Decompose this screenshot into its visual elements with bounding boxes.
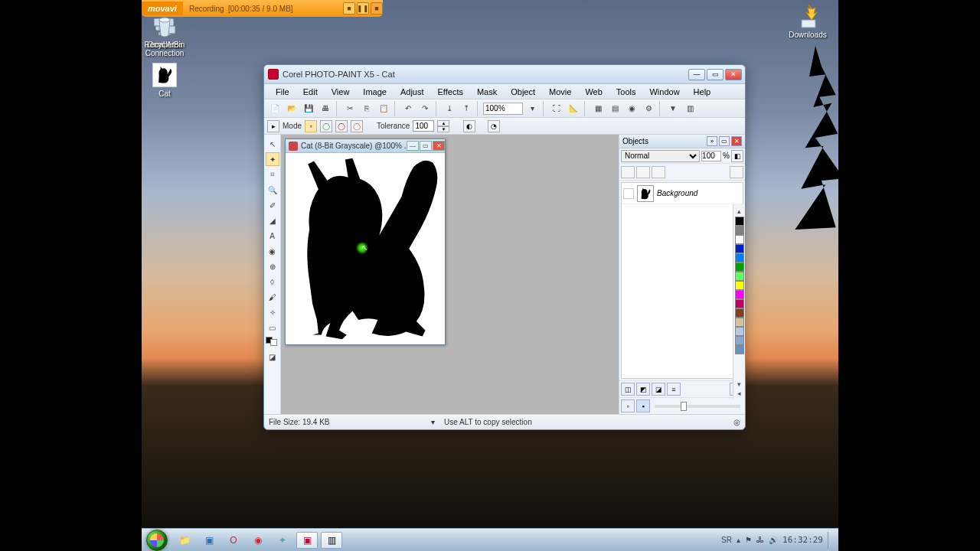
palette-flyout[interactable]: ◂ (737, 390, 741, 399)
show-desktop[interactable] (828, 532, 834, 549)
order-button[interactable]: ≡ (667, 383, 681, 396)
zoom-dropdown[interactable]: ▾ (524, 101, 540, 116)
menu-adjust[interactable]: Adjust (394, 86, 431, 98)
doc-close[interactable]: ✕ (433, 141, 445, 151)
taskbar-item-5[interactable]: ✦ (272, 532, 293, 549)
doc-maximize[interactable]: ▭ (420, 141, 432, 151)
new-button[interactable]: 📄 (267, 101, 283, 116)
docker-collapse[interactable]: » (707, 136, 717, 146)
tray-flag-icon[interactable]: ⚑ (745, 536, 752, 544)
thumbnail-large[interactable]: ▪ (636, 399, 650, 412)
paste-button[interactable]: 📋 (376, 101, 391, 116)
guides-button[interactable]: ▤ (607, 101, 622, 116)
docker-maximize[interactable]: ▭ (719, 136, 730, 146)
undo-button[interactable]: ↶ (400, 101, 416, 116)
minimize-button[interactable]: — (688, 69, 705, 80)
visibility-toggle[interactable] (623, 188, 634, 199)
close-button[interactable]: ✕ (725, 69, 742, 80)
objects-list[interactable]: Background (621, 182, 743, 379)
effect-tool[interactable]: ✧ (266, 305, 279, 319)
tray-network-icon[interactable]: 🖧 (756, 536, 764, 544)
launcher-button[interactable]: ▼ (665, 101, 681, 116)
menu-movie[interactable]: Movie (542, 86, 578, 98)
menu-file[interactable]: File (269, 86, 296, 98)
menu-mask[interactable]: Mask (470, 86, 504, 98)
taskbar-photopaint[interactable]: ▣ (296, 532, 318, 549)
palette-up[interactable]: ▴ (737, 207, 741, 217)
new-object-button[interactable]: ◫ (621, 383, 635, 396)
taskbar-item-4[interactable]: ◉ (247, 532, 269, 549)
menu-window[interactable]: Window (642, 86, 686, 98)
mode-add[interactable]: ◯ (320, 120, 332, 132)
print-button[interactable]: 🖶 (318, 101, 333, 116)
tolerance-down[interactable]: ▼ (437, 126, 449, 132)
prop-flyout[interactable]: ▸ (267, 120, 279, 132)
menu-effects[interactable]: Effects (431, 86, 470, 98)
paint-tool[interactable]: 🖌 (266, 290, 279, 304)
snap-button[interactable]: ◉ (624, 101, 639, 116)
blend-mode-select[interactable]: Normal (621, 150, 700, 162)
export-button[interactable]: ⤒ (459, 101, 474, 116)
palette-down[interactable]: ▾ (737, 380, 741, 390)
thumbnail-small[interactable]: ▫ (621, 399, 635, 412)
mask-wand-tool[interactable]: ✦ (266, 152, 279, 166)
start-button[interactable] (142, 529, 172, 552)
color-swatch[interactable] (735, 345, 744, 354)
zoom-select[interactable] (483, 103, 523, 115)
menu-object[interactable]: Object (504, 86, 542, 98)
maximize-button[interactable]: ▭ (707, 69, 724, 80)
color-swap[interactable] (266, 337, 279, 347)
new-group-button[interactable]: ◩ (636, 383, 650, 396)
lock-all[interactable] (652, 166, 665, 178)
tolerance-up[interactable]: ▲ (437, 120, 449, 126)
grid-button[interactable]: ▦ (590, 101, 606, 116)
menu-tools[interactable]: Tools (609, 86, 643, 98)
taskbar-opera[interactable]: O (223, 532, 244, 549)
fill-tool[interactable]: ◊ (266, 275, 279, 289)
doc-minimize[interactable]: — (407, 141, 419, 151)
color-swatch[interactable] (735, 327, 744, 336)
color-swatch[interactable] (735, 262, 744, 272)
save-button[interactable]: 💾 (301, 101, 316, 116)
menu-image[interactable]: Image (356, 86, 394, 98)
desktop-icon-downloads[interactable]: Downloads (777, 4, 838, 39)
color-swatch[interactable] (735, 253, 744, 262)
lock-position[interactable] (636, 166, 650, 178)
taskbar-item-2[interactable]: ▣ (198, 532, 220, 549)
color-swatch[interactable] (735, 290, 744, 299)
fullscreen-button[interactable]: ⛶ (549, 101, 564, 116)
canvas[interactable]: ↖ (286, 153, 445, 344)
menu-help[interactable]: Help (687, 86, 718, 98)
color-reset[interactable]: ◪ (266, 350, 279, 364)
record-pause-button[interactable]: ❚❚ (357, 2, 369, 15)
crop-tool[interactable]: ⌗ (266, 168, 279, 181)
zoom-tool[interactable]: 🔍 (266, 183, 279, 197)
mask-overlay-button[interactable]: ◔ (488, 120, 500, 132)
menu-web[interactable]: Web (578, 86, 609, 98)
status-dropdown[interactable]: ▾ (431, 418, 435, 426)
record-stop-button[interactable]: ■ (343, 2, 355, 15)
app-launcher-button[interactable]: ▥ (682, 101, 697, 116)
mode-xor[interactable]: ◯ (351, 120, 363, 132)
color-swatch[interactable] (735, 217, 744, 226)
canvas-zone[interactable]: Cat (8-Bit Grayscale) @100% ... — ▭ ✕ ↖ (281, 135, 619, 414)
import-button[interactable]: ⤓ (442, 101, 457, 116)
rulers-button[interactable]: 📐 (566, 101, 581, 116)
mode-normal[interactable]: ▫ (305, 120, 317, 132)
open-button[interactable]: 📂 (284, 101, 299, 116)
tray-volume-icon[interactable]: 🔊 (769, 536, 778, 544)
opacity-flyout[interactable]: ◧ (731, 150, 743, 162)
color-swatch[interactable] (735, 235, 744, 244)
docker-close[interactable]: ✕ (731, 136, 742, 146)
cut-button[interactable]: ✂ (342, 101, 358, 116)
object-item-background[interactable]: Background (622, 183, 743, 204)
redo-button[interactable]: ↷ (417, 101, 433, 116)
antialias-button[interactable]: ◐ (463, 120, 475, 132)
language-indicator[interactable]: SR (721, 536, 732, 544)
lock-transparency[interactable] (621, 166, 635, 178)
text-tool[interactable]: A (266, 229, 279, 243)
eraser-tool[interactable]: ◢ (266, 214, 279, 227)
titlebar[interactable]: Corel PHOTO-PAINT X5 - Cat — ▭ ✕ (264, 65, 745, 84)
copy-button[interactable]: ⎘ (359, 101, 374, 116)
opacity-input[interactable] (701, 151, 721, 161)
